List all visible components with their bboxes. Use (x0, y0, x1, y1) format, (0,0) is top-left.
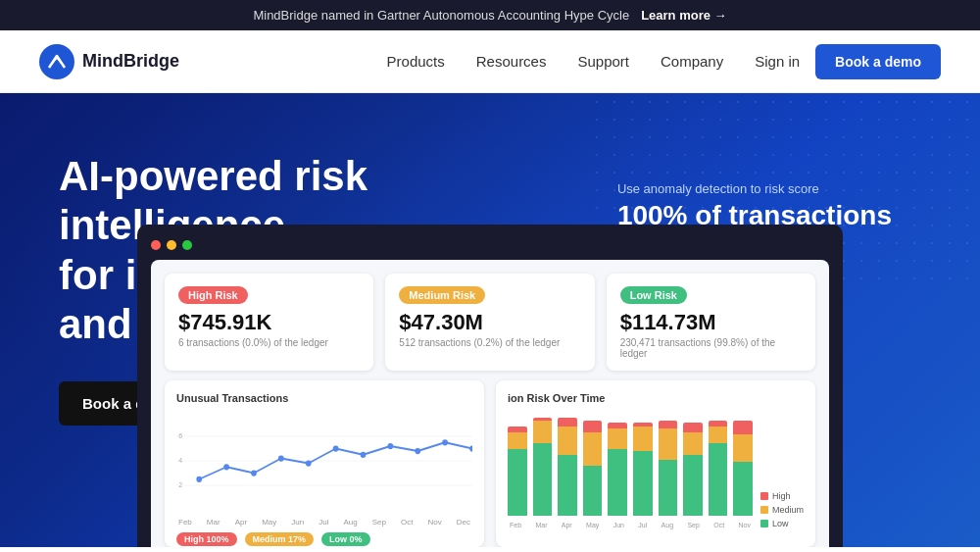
svg-point-9 (251, 470, 257, 476)
bar-seg-medium (659, 428, 678, 460)
charts-row: Unusual Transactions 6 4 2 (165, 380, 815, 547)
medium-risk-card: Medium Risk $47.30M 512 transactions (0.… (385, 274, 594, 371)
low-risk-desc: 230,471 transactions (99.8%) of the ledg… (620, 337, 802, 359)
svg-point-17 (469, 445, 472, 451)
legend-dot-medium (760, 506, 768, 514)
bar-seg-high (583, 421, 603, 431)
legend-label-high: High (772, 491, 791, 501)
nav-products[interactable]: Products (387, 53, 445, 70)
risk-cards-row: High Risk $745.91K 6 transactions (0.0%)… (165, 274, 815, 371)
dashboard-mockup: High Risk $745.91K 6 transactions (0.0%)… (137, 225, 843, 547)
svg-point-0 (39, 44, 74, 79)
bar-chart-inner: Feb Mar Apr May Jun Jul Aug Sep Oct No (508, 412, 753, 528)
line-chart-card: Unusual Transactions 6 4 2 (165, 380, 484, 547)
bar-group (733, 421, 753, 516)
bar-seg-high (608, 423, 627, 429)
svg-text:4: 4 (178, 456, 182, 465)
logo-icon (39, 44, 74, 79)
window-dot-yellow (167, 240, 176, 250)
tag-medium: Medium 17% (245, 532, 315, 546)
announcement-text: MindBridge named in Gartner Autonomous A… (253, 8, 629, 23)
window-dot-green (182, 240, 192, 250)
svg-point-15 (415, 448, 420, 454)
bar-seg-medium (533, 421, 553, 443)
logo[interactable]: MindBridge (39, 44, 179, 79)
bar-chart-card: ion Risk Over Time Feb Mar Apr May Jun (496, 380, 815, 547)
hero-section: AI-powered risk intelligence for interna… (0, 93, 980, 547)
bar-group (683, 423, 703, 516)
legend-dot-low (760, 520, 768, 527)
bar-legend: High Medium Low (760, 491, 804, 528)
signin-button[interactable]: Sign in (755, 53, 800, 70)
medium-risk-amount: $47.30M (399, 310, 580, 335)
bar-seg-medium (583, 432, 603, 466)
bar-seg-low (608, 449, 627, 516)
bar-month-labels: Feb Mar Apr May Jun Jul Aug Sep Oct No (508, 522, 753, 528)
bar-seg-high (733, 421, 753, 434)
book-demo-nav-button[interactable]: Book a demo (815, 44, 941, 79)
navbar: MindBridge Products Resources Support Co… (0, 30, 980, 93)
annotation-sub: Use anomaly detection to risk score (617, 181, 892, 196)
announcement-bar: MindBridge named in Gartner Autonomous A… (0, 0, 980, 30)
bar-group (533, 418, 553, 516)
svg-point-14 (387, 443, 393, 449)
bar-seg-medium (733, 434, 753, 462)
chart-tags: High 100% Medium 17% Low 0% (176, 532, 472, 546)
nav-support[interactable]: Support (577, 53, 629, 70)
bar-group (659, 421, 678, 516)
high-risk-amount: $745.91K (178, 310, 360, 335)
announcement-cta[interactable]: Learn more → (641, 8, 726, 23)
legend-high: High (760, 491, 804, 501)
svg-point-10 (278, 455, 284, 461)
bar-seg-low (508, 449, 527, 516)
bar-seg-high (558, 418, 577, 427)
high-risk-desc: 6 transactions (0.0%) of the ledger (178, 337, 360, 348)
medium-risk-desc: 512 transactions (0.2%) of the ledger (399, 337, 580, 348)
mockup-inner: High Risk $745.91K 6 transactions (0.0%)… (151, 260, 829, 547)
bar-chart-title: ion Risk Over Time (508, 392, 804, 404)
svg-point-12 (333, 445, 339, 451)
nav-company[interactable]: Company (661, 53, 723, 70)
bar-group (583, 421, 603, 516)
line-chart-title: Unusual Transactions (176, 392, 472, 404)
nav-actions: Sign in Book a demo (755, 44, 941, 79)
legend-dot-high (760, 492, 768, 500)
bar-seg-low (683, 455, 703, 517)
mockup-window: High Risk $745.91K 6 transactions (0.0%)… (137, 225, 843, 547)
nav-resources[interactable]: Resources (476, 53, 547, 70)
medium-risk-badge: Medium Risk (399, 286, 485, 304)
bar-group (558, 418, 577, 516)
bar-seg-high (659, 421, 678, 428)
nav-links: Products Resources Support Company (387, 53, 724, 70)
logo-text: MindBridge (82, 51, 179, 72)
high-risk-card: High Risk $745.91K 6 transactions (0.0%)… (165, 274, 373, 371)
bar-seg-medium (709, 427, 728, 443)
bar-group (508, 427, 527, 516)
svg-point-13 (361, 452, 367, 458)
window-dot-red (151, 240, 161, 250)
low-risk-card: Low Risk $114.73M 230,471 transactions (… (607, 274, 815, 371)
svg-point-8 (223, 464, 229, 470)
legend-medium: Medium (760, 505, 804, 515)
legend-label-low: Low (772, 519, 789, 528)
svg-text:6: 6 (178, 431, 182, 440)
bar-seg-high (683, 423, 703, 432)
line-chart-months: Feb Mar Apr May Jun Jul Aug Sep Oct Nov … (176, 518, 472, 527)
bar-seg-medium (558, 427, 577, 454)
bar-seg-medium (508, 432, 527, 449)
bar-seg-low (558, 455, 577, 517)
bar-seg-low (583, 466, 603, 516)
bar-group (709, 421, 728, 516)
bar-chart-outer: Feb Mar Apr May Jun Jul Aug Sep Oct No (508, 412, 804, 528)
low-risk-amount: $114.73M (620, 310, 802, 335)
bar-seg-medium (633, 427, 653, 451)
svg-point-11 (306, 460, 312, 466)
svg-text:2: 2 (178, 480, 182, 489)
legend-low: Low (760, 519, 804, 528)
bar-seg-medium (683, 432, 703, 455)
window-dots (151, 232, 829, 260)
bar-seg-low (659, 460, 678, 516)
bar-seg-low (633, 451, 653, 516)
svg-point-7 (196, 477, 202, 482)
bar-seg-low (533, 443, 553, 516)
